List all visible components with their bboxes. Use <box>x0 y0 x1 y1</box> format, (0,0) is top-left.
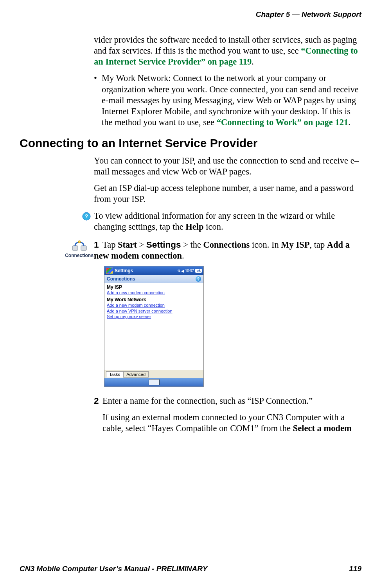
wm-status-tray: ⇅ ◀ 10:37 <box>177 269 194 273</box>
wm-link-work-add-vpn[interactable]: Add a new VPN server connection <box>107 308 201 314</box>
wm-tabs: Tasks Advanced <box>104 370 203 378</box>
step2-text: Enter a name for the connection, such as… <box>102 396 313 406</box>
svg-rect-2 <box>72 246 78 250</box>
wm-help-icon[interactable]: ? <box>196 276 201 282</box>
bullet1-text-post: . <box>348 117 350 127</box>
s1t4: icon. In <box>250 240 281 250</box>
svg-rect-3 <box>81 246 86 250</box>
s1t3: > the <box>181 240 203 250</box>
intro-paragraph: vider provides the software needed to in… <box>94 34 361 67</box>
wm-title: Settings <box>115 268 133 273</box>
section-heading: Connecting to an Internet Service Provid… <box>20 137 361 150</box>
para3-bold: Select a modem <box>293 423 352 433</box>
footer-manual-title: CN3 Mobile Computer User’s Manual - PREL… <box>20 565 207 573</box>
svg-point-4 <box>78 241 81 243</box>
wm-titlebar: Settings ⇅ ◀ 10:37 ok <box>104 266 203 275</box>
tip-post: icon. <box>204 222 223 232</box>
wm-group-mywork: My Work Network <box>107 297 201 302</box>
wm-tab-tasks[interactable]: Tasks <box>106 371 123 378</box>
s1b1: Start <box>118 240 137 250</box>
start-flag-icon[interactable] <box>106 268 113 274</box>
bullet-work-network: • My Work Network: Connect to the networ… <box>94 73 361 128</box>
svg-text:?: ? <box>85 213 88 219</box>
step1-number: 1 <box>94 239 102 250</box>
wm-link-work-add-modem[interactable]: Add a new modem connection <box>107 302 201 308</box>
wm-link-work-proxy[interactable]: Set up my proxy server <box>107 314 201 319</box>
tip-bold: Help <box>185 222 203 232</box>
step2-line: 2Enter a name for the connection, such a… <box>94 396 361 406</box>
screenshot-connections-settings: Settings ⇅ ◀ 10:37 ok Connections ? My I… <box>104 266 204 387</box>
wm-group-myisp: My ISP <box>107 284 201 290</box>
running-head: Chapter 5 — Network Support <box>20 10 361 19</box>
s1b4: My ISP <box>281 240 309 250</box>
intro-text-post: . <box>252 57 254 67</box>
footer-page-number: 119 <box>349 565 361 573</box>
s1t6: . <box>182 251 184 261</box>
link-connecting-work[interactable]: “Connecting to Work” on page 121 <box>217 117 349 127</box>
connections-icon-label: Connections <box>65 253 94 258</box>
step2-number: 2 <box>94 396 102 406</box>
wm-ok-button[interactable]: ok <box>195 269 202 273</box>
help-tip-icon: ? <box>20 210 94 221</box>
s1b3: Connections <box>203 240 250 250</box>
wm-link-isp-add-modem[interactable]: Add a new modem connection <box>107 290 201 295</box>
help-tip-text: To view additional information for any s… <box>94 210 361 232</box>
step1-text: 1Tap Start > Settings > the Connections … <box>94 239 361 261</box>
wm-subtitle: Connections <box>107 276 135 282</box>
wm-tab-advanced[interactable]: Advanced <box>123 371 149 378</box>
step2-followup: If using an external modem connected to … <box>102 412 361 434</box>
isp-para1: You can connect to your ISP, and use the… <box>94 155 361 177</box>
wm-bottombar <box>104 378 203 387</box>
bullet-marker: • <box>94 73 102 128</box>
wm-keyboard-icon[interactable] <box>149 379 160 385</box>
s1b2: Settings <box>146 240 181 250</box>
s1t5: , tap <box>309 240 327 250</box>
s1t1: Tap <box>102 240 118 250</box>
isp-para2: Get an ISP dial-up access telephone numb… <box>94 183 361 205</box>
s1t2: > <box>137 240 146 250</box>
wm-subheader: Connections ? <box>104 275 203 283</box>
connections-app-icon: Connections <box>20 239 94 258</box>
